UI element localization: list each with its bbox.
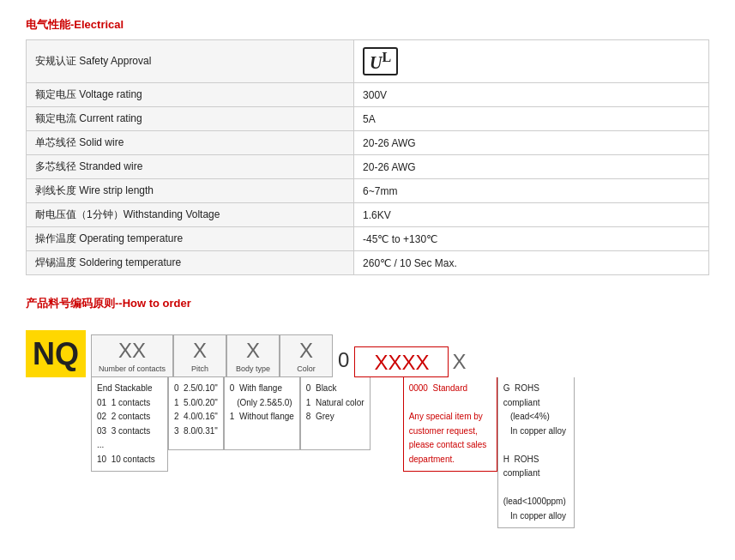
code-letter-color: X [299,339,313,363]
elec-value: 20-26 AWG [354,155,709,179]
section-electrical: 电气性能-Electrical 安规认证 Safety ApprovalUL额定… [26,17,709,275]
code-zero-value: 0 [333,346,354,374]
elec-label: 焊锡温度 Soldering temperature [27,251,354,275]
code-top-pitch: XPitch [173,334,226,377]
elec-label: 多芯线径 Stranded wire [27,155,354,179]
code-top-contacts: XXNumber of contacts [91,334,173,377]
electrical-table: 安规认证 Safety ApprovalUL额定电压 Voltage ratin… [26,39,709,275]
elec-value: 300V [354,83,709,107]
code-sublabel-bodytype: Body type [236,364,270,375]
elec-label: 剥线长度 Wire strip length [27,179,354,203]
elec-value: 20-26 AWG [354,131,709,155]
elec-label: 安规认证 Safety Approval [27,40,354,83]
segment-detail-pitch: 0 2.5/0.10" 1 5.0/0.20" 2 4.0/0.16" 3 8.… [168,377,224,450]
segment-detail-color: 0 Black 1 Natural color 8 Grey [300,377,371,450]
code-sublabel-color: Color [297,364,316,375]
section-order: 产品料号编码原则--How to order NQ XXNumber of co… [26,296,709,528]
code-top-special: XXXX [354,346,449,377]
code-top-bodytype: XBody type [226,334,280,377]
segment-detail-bodytype: 0 With flange (Only 2.5&5.0) 1 Without f… [224,377,300,450]
elec-value: 5A [354,107,709,131]
electrical-title: 电气性能-Electrical [26,17,709,33]
code-letter-pitch: X [193,339,207,363]
elec-label: 耐电压值（1分钟）Withstanding Voltage [27,203,354,227]
elec-value: 260℃ / 10 Sec Max. [354,251,709,275]
elec-value: UL [354,40,709,83]
elec-label: 额定电压 Voltage rating [27,83,354,107]
elec-value: -45℃ to +130℃ [354,227,709,251]
prefix-nq: NQ [26,330,86,377]
code-letter-contacts: XX [118,339,146,363]
elec-value: 6~7mm [354,179,709,203]
code-sublabel-pitch: Pitch [191,364,208,375]
code-letter-special: XXXX [374,351,429,375]
elec-label: 额定电流 Current rating [27,107,354,131]
elec-value: 1.6KV [354,203,709,227]
code-sublabel-contacts: Number of contacts [99,364,166,375]
code-top-color: XColor [280,334,333,377]
elec-label: 单芯线径 Solid wire [27,131,354,155]
elec-label: 操作温度 Operating temperature [27,227,354,251]
segment-detail-contacts: End Stackable 01 1 contacts 02 2 contact… [91,377,168,472]
segment-detail-rohs: G ROHS compliant (lead<4%) In copper all… [497,377,575,528]
order-title: 产品料号编码原则--How to order [26,296,709,311]
code-trailing-x: X [452,350,466,374]
code-letter-bodytype: X [246,339,260,363]
segment-detail-special: 0000 Standard Any special item by custom… [403,377,497,472]
